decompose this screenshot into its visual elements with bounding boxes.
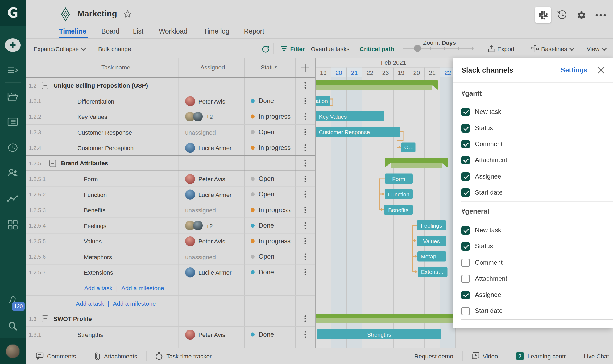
checkbox[interactable] <box>461 188 470 197</box>
notification-option[interactable]: Status <box>461 241 493 252</box>
sidebar-item-time-log[interactable] <box>0 139 26 156</box>
collapse-toggle[interactable] <box>42 82 48 89</box>
row-menu-button[interactable] <box>305 238 306 245</box>
gantt-chart[interactable]: Feb 2021 19 20 21 22 23 19 20 21 22 <box>315 58 456 348</box>
task-name[interactable]: Strengths <box>77 331 103 338</box>
slack-settings-link[interactable]: Settings <box>561 66 587 74</box>
notification-option[interactable]: New task <box>461 225 501 236</box>
checkbox[interactable] <box>461 307 470 315</box>
gantt-bar-key-values[interactable]: Key Values <box>316 111 384 122</box>
table-row[interactable]: 1.2.5.7 Extensions Lucile Armer Done <box>26 264 315 280</box>
table-row-group[interactable]: 1.3 SWOT Profile <box>26 311 315 327</box>
add-milestone-link[interactable]: Add a milestone <box>113 300 156 307</box>
settings-button[interactable] <box>573 7 590 23</box>
export-button[interactable]: Export <box>488 45 515 53</box>
notification-count-badge[interactable]: 120 <box>12 302 25 311</box>
sidebar-item-team[interactable] <box>0 164 26 182</box>
tab-time-log[interactable]: Time log <box>204 28 229 36</box>
row-menu-button[interactable] <box>305 191 306 198</box>
view-button[interactable]: View <box>587 45 606 53</box>
gantt-bar-feelings[interactable]: Feelings <box>417 220 446 230</box>
table-row[interactable]: 1.2.5.1 Form Peter Avis Open <box>26 171 315 187</box>
column-header-status[interactable]: Status <box>261 64 278 71</box>
table-row[interactable]: 1.2.5.5 Values Peter Avis In progress <box>26 233 315 249</box>
task-name[interactable]: Extensions <box>84 269 113 276</box>
row-menu-button[interactable] <box>305 144 306 151</box>
column-header-assigned[interactable]: Assigned <box>200 64 225 71</box>
row-menu-button[interactable] <box>305 98 306 104</box>
notification-option[interactable]: Comment <box>461 139 503 150</box>
request-demo-button[interactable]: Request demo <box>414 353 453 359</box>
checkbox[interactable] <box>461 124 470 133</box>
tab-timeline[interactable]: Timeline <box>59 28 86 36</box>
close-icon[interactable] <box>597 66 605 74</box>
table-row[interactable]: 1.2.4 Customer Perception Lucile Armer I… <box>26 140 315 155</box>
task-name[interactable]: Customer Perception <box>77 144 134 151</box>
learning-center-button[interactable]: ? Learning centr <box>516 352 566 360</box>
table-row[interactable]: 1.2.5.4 Feelings +2 Done <box>26 218 315 233</box>
filter-button[interactable]: Filter <box>281 45 305 53</box>
slack-integration-button[interactable] <box>535 7 551 23</box>
task-name[interactable]: Values <box>84 238 102 245</box>
tab-report[interactable]: Report <box>244 28 264 36</box>
checkbox[interactable] <box>461 226 470 235</box>
row-menu-button[interactable] <box>305 331 306 338</box>
add-milestone-link[interactable]: Add a milestone <box>121 284 164 291</box>
bulk-change-button[interactable]: Bulk change <box>98 45 131 53</box>
summary-bar-usp[interactable] <box>316 80 438 90</box>
table-row[interactable]: 1.3.1 Strengths Peter Avis Done <box>26 326 315 342</box>
row-menu-button[interactable] <box>305 207 306 213</box>
row-menu-button[interactable] <box>305 269 306 276</box>
history-button[interactable] <box>554 7 570 23</box>
row-menu-button[interactable] <box>305 160 306 166</box>
table-row[interactable]: 1.2.5.6 Metaphors unassigned Open <box>26 249 315 264</box>
task-name[interactable]: SWOT Profile <box>53 315 92 322</box>
checkbox[interactable] <box>461 140 470 148</box>
task-name[interactable]: Form <box>84 175 98 182</box>
gantt-bar-form[interactable]: Form <box>385 174 413 184</box>
column-header-task-name[interactable]: Task name <box>101 64 130 71</box>
gantt-bar-values[interactable]: Values <box>417 236 446 246</box>
task-name[interactable]: Customer Response <box>77 129 132 136</box>
checkbox[interactable] <box>461 107 470 116</box>
checkbox[interactable] <box>461 274 470 283</box>
task-name[interactable]: Feelings <box>84 222 106 229</box>
app-logo[interactable]: G <box>0 0 26 26</box>
zoom-slider-thumb[interactable] <box>414 45 421 52</box>
task-name[interactable]: Benefits <box>84 206 105 213</box>
gantt-bar-customer-response[interactable]: Customer Response <box>316 127 400 137</box>
sidebar-item-reports[interactable] <box>0 190 26 208</box>
summary-bar-swot[interactable] <box>316 314 456 323</box>
search-button[interactable] <box>0 317 26 335</box>
row-menu-button[interactable] <box>305 82 306 89</box>
gantt-bar-differentiation[interactable]: Differentiation <box>316 96 330 106</box>
sidebar-item-tasks[interactable] <box>0 113 26 131</box>
row-menu-button[interactable] <box>305 222 306 229</box>
row-menu-button[interactable] <box>305 315 306 322</box>
notification-option[interactable]: Status <box>461 123 493 134</box>
expand-collapse-button[interactable]: Expand/Collapse <box>34 45 85 53</box>
tab-board[interactable]: Board <box>101 28 119 36</box>
task-name[interactable]: Brand Attributes <box>61 160 108 167</box>
notification-option[interactable]: Attachment <box>461 273 507 284</box>
task-name[interactable]: Differentiation <box>77 98 114 105</box>
collapse-toggle[interactable] <box>49 159 56 167</box>
checkbox[interactable] <box>461 242 470 251</box>
refresh-button[interactable] <box>262 45 270 53</box>
attachments-button[interactable]: Attachments <box>94 352 137 360</box>
sidebar-item-projects[interactable] <box>0 88 26 105</box>
task-time-tracker-button[interactable]: Task time tracker <box>155 352 212 360</box>
table-row[interactable]: 1.2.2 Key Values +2 In progress <box>26 109 315 124</box>
add-column-button[interactable] <box>301 63 310 73</box>
profile-button[interactable] <box>0 338 26 364</box>
video-button[interactable]: Video <box>471 352 498 360</box>
summary-bar-brand-attributes[interactable] <box>385 158 448 168</box>
expand-menu-button[interactable] <box>0 62 26 80</box>
notification-option[interactable]: Comment <box>461 257 503 268</box>
checkbox[interactable] <box>461 156 470 164</box>
live-chat-button[interactable]: Live Chat <box>584 353 609 359</box>
sidebar-item-workspaces[interactable] <box>0 216 26 234</box>
gantt-bar-function[interactable]: Function <box>385 189 413 199</box>
more-options-button[interactable] <box>592 7 609 23</box>
row-menu-button[interactable] <box>305 113 306 120</box>
